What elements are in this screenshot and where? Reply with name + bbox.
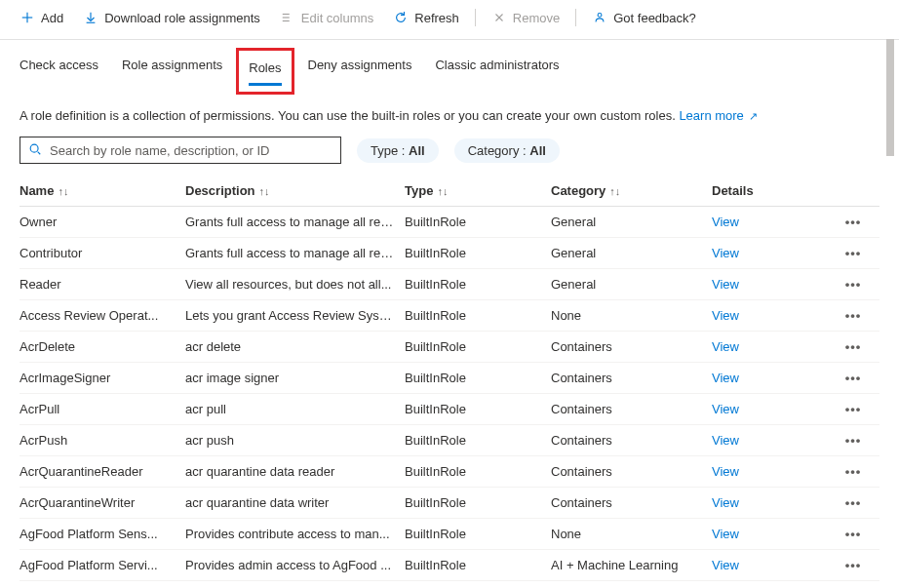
table-row: ContributorGrants full access to manage … [20, 238, 879, 269]
more-actions[interactable]: ••• [839, 339, 868, 354]
learn-more-link[interactable]: Learn more ↗ [679, 108, 758, 123]
view-link[interactable]: View [712, 215, 839, 229]
filter-row: Type : All Category : All [0, 131, 899, 174]
table-row: ReaderView all resources, but does not a… [20, 269, 879, 300]
cell-type: BuiltInRole [405, 464, 551, 479]
cell-description: Grants full access to manage all res... [185, 215, 405, 229]
view-link[interactable]: View [712, 464, 839, 479]
cell-name: AcrPull [20, 402, 185, 416]
tab-check-access[interactable]: Check access [20, 54, 98, 95]
table-header: Name↑↓ Description↑↓ Type↑↓ Category↑↓ D… [20, 174, 879, 207]
view-link[interactable]: View [712, 402, 839, 416]
category-filter[interactable]: Category : All [454, 138, 560, 163]
view-link[interactable]: View [712, 339, 839, 354]
refresh-button[interactable]: Refresh [385, 6, 467, 29]
cell-category: General [551, 277, 712, 292]
cell-name: Reader [20, 277, 185, 292]
cell-name: AcrPush [20, 433, 185, 448]
more-actions[interactable]: ••• [839, 433, 868, 448]
tabs: Check access Role assignments Roles Deny… [0, 40, 899, 95]
table-row: AcrQuarantineWriteracr quarantine data w… [20, 488, 879, 519]
cell-category: Containers [551, 339, 712, 354]
table-row: AcrDeleteacr deleteBuiltInRoleContainers… [20, 332, 879, 363]
cell-type: BuiltInRole [405, 558, 551, 572]
view-link[interactable]: View [712, 246, 839, 260]
view-link[interactable]: View [712, 277, 839, 292]
feedback-button[interactable]: Got feedback? [584, 6, 704, 29]
category-filter-label: Category : [468, 143, 530, 158]
description-text: A role definition is a collection of per… [0, 95, 899, 131]
table-row: AgFood Platform Servi...Provides admin a… [20, 550, 879, 581]
cell-category: None [551, 308, 712, 323]
cell-description: acr image signer [185, 371, 405, 385]
svg-line-11 [38, 151, 41, 154]
svg-point-10 [30, 144, 38, 152]
col-type[interactable]: Type↑↓ [405, 183, 551, 198]
tab-classic-admins[interactable]: Classic administrators [435, 54, 559, 95]
more-actions[interactable]: ••• [839, 402, 868, 416]
view-link[interactable]: View [712, 433, 839, 448]
view-link[interactable]: View [712, 308, 839, 323]
more-actions[interactable]: ••• [839, 527, 868, 541]
cell-description: Grants full access to manage all res... [185, 246, 405, 260]
cell-description: acr quarantine data writer [185, 495, 405, 510]
type-filter-value: All [409, 143, 425, 158]
cell-type: BuiltInRole [405, 402, 551, 416]
more-actions[interactable]: ••• [839, 308, 868, 323]
separator [575, 9, 576, 26]
cell-category: Containers [551, 402, 712, 416]
more-actions[interactable]: ••• [839, 371, 868, 385]
search-input[interactable] [48, 142, 332, 159]
download-button[interactable]: Download role assignments [75, 6, 268, 29]
cell-description: View all resources, but does not all... [185, 277, 405, 292]
cell-type: BuiltInRole [405, 371, 551, 385]
view-link[interactable]: View [712, 371, 839, 385]
toolbar: Add Download role assignments Edit colum… [0, 0, 899, 40]
cell-name: Contributor [20, 246, 185, 260]
cell-type: BuiltInRole [405, 277, 551, 292]
cell-category: Containers [551, 495, 712, 510]
view-link[interactable]: View [712, 495, 839, 510]
more-actions[interactable]: ••• [839, 246, 868, 260]
cell-description: acr push [185, 433, 405, 448]
table-row: AcrQuarantineReaderacr quarantine data r… [20, 456, 879, 488]
more-actions[interactable]: ••• [839, 495, 868, 510]
scrollbar[interactable] [883, 0, 897, 581]
cell-name: AgFood Platform Servi... [20, 558, 185, 572]
cell-name: AcrQuarantineReader [20, 464, 185, 479]
col-name[interactable]: Name↑↓ [20, 183, 185, 198]
remove-label: Remove [513, 11, 560, 25]
more-actions[interactable]: ••• [839, 558, 868, 572]
edit-columns-button: Edit columns [272, 6, 381, 29]
search-input-container[interactable] [20, 137, 341, 164]
type-filter[interactable]: Type : All [357, 138, 439, 163]
col-category[interactable]: Category↑↓ [551, 183, 712, 198]
view-link[interactable]: View [712, 558, 839, 572]
sort-icon: ↑↓ [259, 185, 270, 197]
more-actions[interactable]: ••• [839, 215, 868, 229]
add-label: Add [41, 11, 63, 25]
cell-description: acr pull [185, 402, 405, 416]
cell-type: BuiltInRole [405, 495, 551, 510]
tab-role-assignments[interactable]: Role assignments [122, 54, 222, 95]
cell-name: AcrDelete [20, 339, 185, 354]
table-row: AcrImageSigneracr image signerBuiltInRol… [20, 363, 879, 394]
more-actions[interactable]: ••• [839, 464, 868, 479]
cell-type: BuiltInRole [405, 433, 551, 448]
sort-icon: ↑↓ [609, 185, 620, 197]
add-button[interactable]: Add [12, 6, 71, 29]
edit-columns-label: Edit columns [301, 11, 373, 25]
type-filter-label: Type : [371, 143, 409, 158]
sort-icon: ↑↓ [58, 185, 68, 197]
view-link[interactable]: View [712, 527, 839, 541]
tab-roles[interactable]: Roles [249, 57, 281, 86]
cell-description: Provides admin access to AgFood ... [185, 558, 405, 572]
cell-name: AcrQuarantineWriter [20, 495, 185, 510]
external-link-icon: ↗ [746, 110, 758, 122]
more-actions[interactable]: ••• [839, 277, 868, 292]
description-body: A role definition is a collection of per… [20, 108, 676, 123]
tab-deny-assignments[interactable]: Deny assignments [308, 54, 412, 95]
col-description[interactable]: Description↑↓ [185, 183, 405, 198]
cell-category: Containers [551, 464, 712, 479]
scrollbar-thumb[interactable] [886, 39, 894, 156]
